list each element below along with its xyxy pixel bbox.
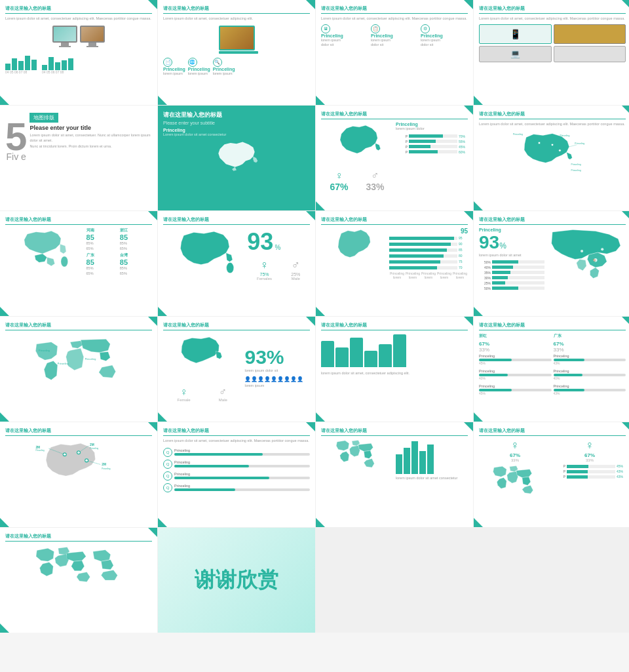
person-67: ♀ 67% 33%	[479, 439, 551, 462]
num-93: 93	[479, 232, 499, 253]
slide-china-dots: 请在这里输入您的标题 2M 2M 2M Princeling Princelin…	[0, 422, 157, 527]
world-gender-left: 浙红 广东 67% 33% Princeling 45%	[479, 333, 626, 397]
fiv-label: Fiv e	[7, 151, 26, 162]
svg-point-0	[538, 142, 540, 144]
please-title: Please enter your title	[29, 125, 152, 131]
gender-93-stats: 93 % ♀ 75% Females ♂ 25% Male	[247, 227, 310, 281]
bar-tall	[321, 341, 334, 367]
china-svg	[321, 122, 393, 165]
male-display: ♂ 25% Male	[291, 258, 300, 281]
world-gender-content: 浙红 广东 67% 33% Princeling 45%	[479, 333, 626, 397]
slide-world-bottom: 请在这里输入您的标题	[316, 422, 473, 527]
device-laptop-sm: 💻	[479, 46, 552, 62]
slide-grid: 请在这里输入您的标题 Lorem ipsum dolor sit amet, c…	[0, 0, 629, 633]
hbars-list: 95 90 85 80 75 70	[389, 236, 468, 269]
svg-point-16	[601, 248, 603, 250]
val-95: 95	[389, 227, 468, 235]
features-row: 🖥 Princeling lorem ipsum dolor sit 📋 Pri…	[321, 24, 468, 48]
slide15-title: 请在这里输入您的标题	[321, 322, 468, 330]
females-label: Females	[257, 277, 272, 281]
feature-3: ⚙ Princeling lorem ipsum dolor sit	[421, 24, 468, 48]
icon-gear: ⚙	[421, 24, 430, 33]
stats-grid: 河南 85 85%65% 浙江 85 85%65% 广东 85 85%65%	[86, 227, 152, 277]
gender2-icons: ♀ Female ♂ Male	[163, 386, 241, 402]
female-percent: 67%	[330, 182, 348, 192]
slide-number5: 5 Fiv e 地图排版 Please enter your title Lor…	[0, 106, 157, 210]
stat-henan: 河南 85 85%65%	[86, 227, 119, 251]
province-map	[5, 227, 85, 281]
slide1-title: 请在这里输入您的标题	[5, 5, 152, 14]
slide-china-overlay: 请在这里输入您的标题 Please enter your subtitle Pr…	[158, 106, 315, 210]
info-icons-row: 📄 Princeling lorem ipsum 🌐 Princeling lo…	[163, 58, 310, 77]
male-label2: Male	[291, 277, 300, 281]
device-tablet: 📱	[479, 24, 552, 44]
icon-globe: 🌐	[188, 58, 197, 67]
icon-q2: Q	[163, 460, 172, 469]
number-column: Princeling 93 % lorem ipsum dolor sit am…	[479, 227, 544, 290]
icon-q4: Q	[163, 483, 172, 492]
province-svg	[5, 227, 85, 280]
svg-text:Princeling: Princeling	[575, 142, 584, 144]
feature-2: 📋 Princeling lorem ipsum dolor sit	[371, 24, 418, 48]
chart1-labels: 04 05 06 07 08	[5, 70, 37, 74]
slide-extra: 请在这里输入您的标题 Lorem ipsum dolor sit amet, c…	[158, 422, 315, 527]
asia-svg: 🏠	[547, 227, 626, 287]
svg-text:Princeling: Princeling	[560, 134, 569, 137]
stat-taiwan: 台湾 85 85%65%	[120, 252, 152, 276]
slide-china-hbars: 请在这里输入您的标题 95 95 90 85 80 75 70 Princeli	[316, 211, 473, 316]
china-points-map: Princeling Princeling Princeling Princel…	[479, 130, 626, 184]
svg-point-15	[581, 250, 583, 252]
slide10-title: 请在这里输入您的标题	[163, 216, 310, 225]
info-item-1: 📄 Princeling lorem ipsum	[163, 58, 185, 77]
svg-text:Princeling: Princeling	[571, 163, 581, 166]
male2-label: Male	[219, 398, 227, 402]
svg-text:Princeling: Princeling	[90, 447, 99, 450]
iprogress-2: Q Princeling	[163, 460, 310, 469]
china-hbars-svg	[321, 227, 387, 267]
slide-multi-device: 请在这里输入您的标题 Lorem ipsum dolor sit amet, c…	[316, 0, 473, 105]
slide3-title: 请在这里输入您的标题	[321, 5, 468, 14]
world-gender2-content: ♀ 67% 33% ♀ 67% 33%	[479, 439, 626, 495]
laptop-device	[219, 26, 255, 54]
asia-map-right: 🏠	[547, 227, 626, 290]
slide16-title: 请在这里输入您的标题	[479, 322, 626, 330]
overlay-subtitle: Please enter your subtitle	[163, 121, 310, 125]
slide4-title: 请在这里输入您的标题	[479, 5, 626, 14]
svg-text:Princeling: Princeling	[85, 358, 96, 361]
gender-display: ♀ 75% Females ♂ 25% Male	[247, 258, 310, 281]
wg2-right: ♀ 67% 33% P45% P43% P43%	[554, 439, 626, 495]
slide-china-points: 请在这里输入您的标题 Lorem ipsum dolor sit amet, c…	[474, 106, 629, 210]
male-label: 25%	[291, 272, 300, 277]
slide-wg2-title: 请在这里输入您的标题	[479, 427, 626, 436]
wb-bars: lorem ipsum dolor sit amet consectetur	[396, 439, 468, 481]
slide-world1: 请在这里输入您的标题 Princeling Princeling Princel…	[0, 317, 157, 422]
male-icon: ♂	[366, 170, 384, 182]
region2-label: 广东	[554, 333, 626, 339]
china-gender2-svg	[163, 333, 241, 382]
region2-stats: 67% 33% Princeling 43% Princeling	[554, 341, 626, 397]
bar-tall2	[350, 338, 363, 367]
devices-2x2: 📱 💻	[479, 24, 626, 62]
big-5-container: 5 Fiv e	[5, 111, 27, 162]
icon-doc: 📄	[163, 58, 172, 67]
number-93-container: 93 %	[247, 228, 310, 256]
vbar-90: 90	[389, 242, 468, 246]
device-photo	[554, 24, 626, 44]
icon-search: 🔍	[213, 58, 222, 67]
number-5: 5	[5, 117, 27, 157]
china-bars-content: 95 95 90 85 80 75 70 Princelinglorem Pri…	[321, 227, 468, 279]
female2-icon: ♀	[178, 386, 191, 398]
map-info-right: 地图排版 Please enter your title Lorem ipsum…	[29, 111, 152, 162]
vbar-70: 70	[389, 266, 468, 269]
slide1-lorem: Lorem ipsum dolor sit amet, consectetuer…	[5, 16, 152, 22]
female-group: ♀ 67%	[330, 170, 348, 192]
svg-text:2M: 2M	[102, 463, 106, 466]
svg-point-12	[227, 263, 234, 273]
slide-asia-map: 请在这里输入您的标题 Princeling 93 % lorem ipsum d…	[474, 211, 629, 316]
china-dots-content: 2M 2M 2M Princeling Princeling Princelin…	[5, 439, 152, 496]
china-hbars-map	[321, 227, 387, 279]
ditu-label: 地图排版	[29, 113, 58, 123]
svg-text:2M: 2M	[90, 443, 94, 446]
slide12-title: 请在这里输入您的标题	[479, 216, 626, 225]
slide11-title: 请在这里输入您的标题	[321, 216, 468, 225]
